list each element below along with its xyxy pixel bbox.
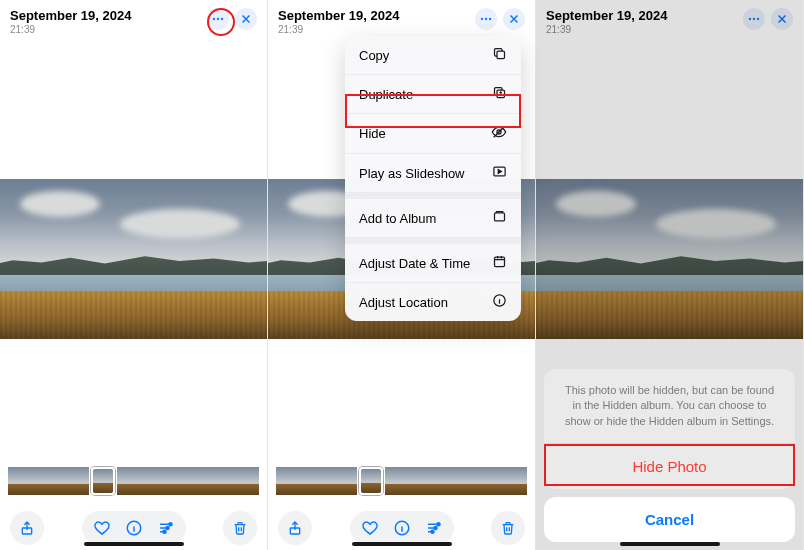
svg-point-22 — [431, 530, 434, 533]
sheet-message: This photo will be hidden, but can be fo… — [544, 369, 795, 443]
album-icon — [492, 209, 507, 227]
menu-item-copy[interactable]: Copy — [345, 36, 521, 75]
photo-date: September 19, 2024 — [546, 8, 743, 23]
thumbnail-strip[interactable] — [276, 466, 527, 496]
photo-main[interactable] — [536, 179, 803, 339]
menu-item-adjust-location[interactable]: Adjust Location — [345, 283, 521, 321]
svg-point-7 — [163, 530, 166, 533]
svg-point-24 — [753, 18, 755, 20]
svg-point-9 — [485, 18, 487, 20]
photo-main[interactable] — [0, 179, 267, 339]
duplicate-icon — [492, 85, 507, 103]
svg-point-2 — [221, 18, 223, 20]
close-button[interactable] — [235, 8, 257, 30]
menu-label: Duplicate — [359, 87, 413, 102]
menu-label: Hide — [359, 126, 386, 141]
menu-label: Copy — [359, 48, 389, 63]
favorite-button[interactable] — [86, 513, 118, 543]
info-button[interactable] — [118, 513, 150, 543]
svg-point-6 — [166, 527, 169, 530]
more-button[interactable] — [475, 8, 497, 30]
menu-item-duplicate[interactable]: Duplicate — [345, 75, 521, 114]
svg-point-25 — [757, 18, 759, 20]
home-indicator — [84, 542, 184, 546]
menu-label: Adjust Location — [359, 295, 448, 310]
svg-point-20 — [437, 523, 440, 526]
photo-time: 21:39 — [10, 24, 207, 35]
svg-point-8 — [481, 18, 483, 20]
menu-item-adjust-date[interactable]: Adjust Date & Time — [345, 244, 521, 283]
copy-icon — [492, 46, 507, 64]
share-button[interactable] — [10, 511, 44, 545]
photo-time: 21:39 — [278, 24, 475, 35]
edit-button[interactable] — [150, 513, 182, 543]
header: September 19, 2024 21:39 — [0, 0, 267, 39]
close-button[interactable] — [771, 8, 793, 30]
svg-point-0 — [213, 18, 215, 20]
edit-button[interactable] — [418, 513, 450, 543]
svg-rect-11 — [497, 51, 505, 59]
home-indicator — [620, 542, 720, 546]
calendar-icon — [492, 254, 507, 272]
svg-point-21 — [434, 527, 437, 530]
delete-button[interactable] — [491, 511, 525, 545]
header: September 19, 2024 21:39 — [268, 0, 535, 39]
pane-2: September 19, 2024 21:39 Copy Duplicate — [268, 0, 536, 550]
menu-label: Adjust Date & Time — [359, 256, 470, 271]
share-button[interactable] — [278, 511, 312, 545]
menu-item-hide[interactable]: Hide — [345, 114, 521, 154]
thumbnail-selected[interactable] — [91, 467, 115, 495]
favorite-button[interactable] — [354, 513, 386, 543]
play-icon — [492, 164, 507, 182]
svg-rect-15 — [495, 213, 505, 221]
header: September 19, 2024 21:39 — [536, 0, 803, 39]
pane-3: September 19, 2024 21:39 This photo will… — [536, 0, 804, 550]
menu-label: Add to Album — [359, 211, 436, 226]
more-button[interactable] — [743, 8, 765, 30]
svg-point-1 — [217, 18, 219, 20]
info-button[interactable] — [386, 513, 418, 543]
photo-date: September 19, 2024 — [278, 8, 475, 23]
thumbnail-selected[interactable] — [359, 467, 383, 495]
svg-point-23 — [749, 18, 751, 20]
svg-point-10 — [489, 18, 491, 20]
home-indicator — [352, 542, 452, 546]
menu-item-slideshow[interactable]: Play as Slideshow — [345, 154, 521, 193]
hide-icon — [491, 124, 507, 143]
photo-time: 21:39 — [546, 24, 743, 35]
menu-label: Play as Slideshow — [359, 166, 465, 181]
info-icon — [492, 293, 507, 311]
menu-item-add-album[interactable]: Add to Album — [345, 199, 521, 238]
context-menu: Copy Duplicate Hide Play as Slideshow A — [345, 36, 521, 321]
delete-button[interactable] — [223, 511, 257, 545]
svg-point-5 — [169, 523, 172, 526]
cancel-button[interactable]: Cancel — [544, 497, 795, 542]
thumbnail-strip[interactable] — [8, 466, 259, 496]
svg-rect-16 — [495, 257, 505, 266]
pane-1: September 19, 2024 21:39 — [0, 0, 268, 550]
photo-date: September 19, 2024 — [10, 8, 207, 23]
more-button[interactable] — [207, 8, 229, 30]
close-button[interactable] — [503, 8, 525, 30]
action-sheet: This photo will be hidden, but can be fo… — [544, 369, 795, 542]
hide-photo-button[interactable]: Hide Photo — [544, 443, 795, 489]
